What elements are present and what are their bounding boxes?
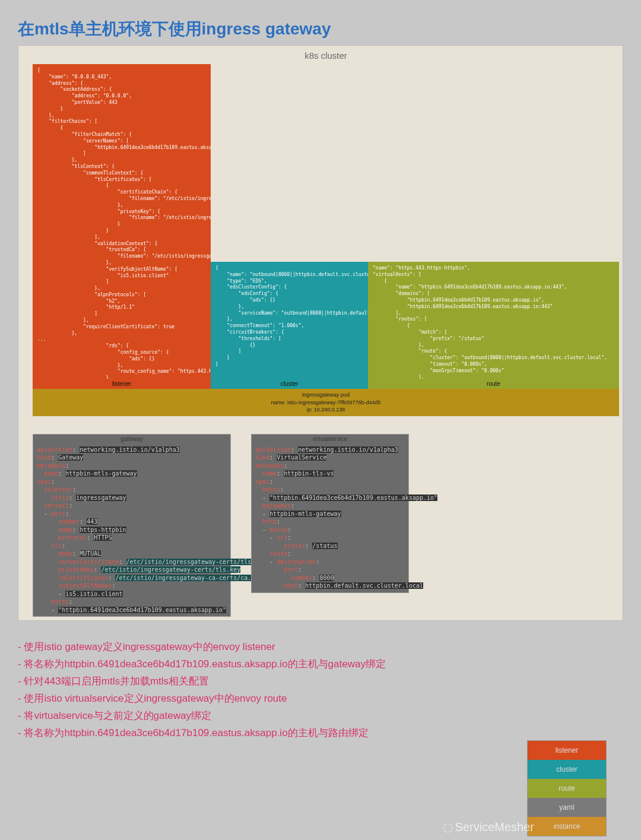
cluster-band: cluster xyxy=(211,379,368,389)
pod-line-3: ip: 10.240.0.138 xyxy=(33,406,619,414)
watermark: ◌ ServiceMesher xyxy=(443,820,534,834)
legend-cluster: cluster xyxy=(528,760,606,779)
pod-info-band: ingressgateway pod name: istio-ingressga… xyxy=(33,389,619,416)
virtualservice-yaml-title: virtualservice xyxy=(252,435,408,443)
route-json: "name": "https.443.https-httpbin", "virt… xyxy=(368,262,619,379)
gateway-yaml-title: gateway xyxy=(33,435,230,443)
cluster-column: { "name": "outbound|8000||httpbin.defaul… xyxy=(211,262,368,389)
pod-line-1: ingressgateway pod xyxy=(33,391,619,399)
virtualservice-yaml-card: virtualservice apiVersion: networking.is… xyxy=(251,434,409,593)
note-item: - 使用istio virtualservice定义ingressgateway… xyxy=(18,690,623,708)
virtualservice-yaml-code: apiVersion: networking.istio.io/v1alpha3… xyxy=(252,443,408,592)
legend-route: route xyxy=(528,779,606,798)
legend-instance: instance xyxy=(528,817,606,836)
gateway-yaml-card: gateway apiVersion: networking.istio.io/… xyxy=(33,434,231,617)
listener-json: { "name": "0.0.0.0_443", "address": { "s… xyxy=(33,64,211,379)
cluster-json: { "name": "outbound|8000||httpbin.defaul… xyxy=(211,262,368,379)
note-item: - 使用istio gateway定义ingressgateway中的envoy… xyxy=(18,639,623,656)
wechat-icon: ◌ xyxy=(443,820,453,834)
legend-listener: listener xyxy=(528,741,606,760)
note-item: - 将名称为httpbin.6491dea3ce6b4d17b109.eastu… xyxy=(18,725,623,742)
cluster-label: k8s cluster xyxy=(33,49,619,64)
ingressgateway-pod: { "name": "0.0.0.0_443", "address": { "s… xyxy=(33,64,619,416)
notes-list: - 使用istio gateway定义ingressgateway中的envoy… xyxy=(18,639,623,741)
note-item: - 针对443端口启用mtls并加载mtls相关配置 xyxy=(18,673,623,690)
note-item: - 将名称为httpbin.6491dea3ce6b4d17b109.eastu… xyxy=(18,656,623,673)
listener-band: listener xyxy=(33,379,211,389)
gateway-yaml-code: apiVersion: networking.istio.io/v1alpha3… xyxy=(33,443,230,617)
pod-line-2: name: istio-ingressgateway-7ffb59776b-d4… xyxy=(33,399,619,407)
page-title: 在mtls单主机环境下使用ingress gateway xyxy=(18,18,623,40)
legend: listener cluster route yaml instance xyxy=(527,740,607,836)
listener-column: { "name": "0.0.0.0_443", "address": { "s… xyxy=(33,64,211,389)
note-item: - 将virtualservice与之前定义的gateway绑定 xyxy=(18,708,623,725)
route-band: route xyxy=(368,379,619,389)
route-column: "name": "https.443.https-httpbin", "virt… xyxy=(368,262,619,389)
legend-yaml: yaml xyxy=(528,798,606,817)
k8s-cluster-box: k8s cluster { "name": "0.0.0.0_443", "ad… xyxy=(18,45,623,621)
